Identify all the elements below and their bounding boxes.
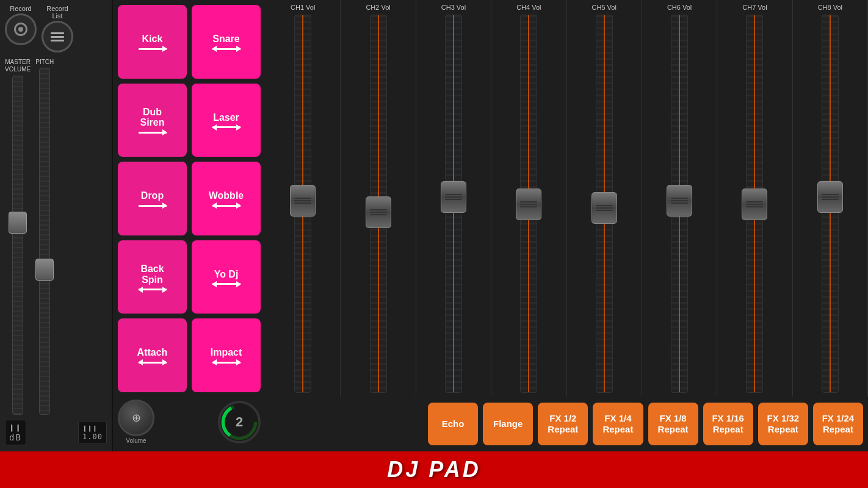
fx-button-2[interactable]: FX 1/2 Repeat (538, 403, 588, 445)
fader-groove-1-2 (294, 203, 311, 204)
fader-groove-8-0 (822, 194, 839, 195)
pad-arrow-5 (212, 205, 241, 207)
pitch-track[interactable] (39, 68, 50, 415)
dial[interactable]: 2 (218, 401, 261, 443)
pad-bottom: ⊕ Volume 2 (118, 397, 261, 447)
pitch-label: PITCH (35, 59, 54, 65)
channel-label-6: CH6 Vol (667, 4, 692, 11)
channel-label-7: CH7 Vol (742, 4, 767, 11)
fx-button-1[interactable]: Flange (483, 403, 533, 445)
pad-arrow-2 (139, 132, 167, 134)
fader-groove-3-1 (445, 196, 462, 198)
fx-button-6[interactable]: FX 1/32 Repeat (758, 403, 808, 445)
fader-groove-7-1 (746, 204, 763, 205)
fader-groove-5-1 (596, 207, 613, 209)
fader-track-2[interactable] (370, 15, 387, 393)
pad-label-8: Attach (137, 347, 168, 358)
fader-track-7[interactable] (746, 15, 763, 393)
fx-button-7[interactable]: FX 1/24 Repeat (813, 403, 863, 445)
fader-track-1[interactable] (294, 15, 311, 393)
pad-arrow-7 (212, 283, 241, 285)
pad-arrow-8 (139, 362, 167, 364)
fx-button-5[interactable]: FX 1/16 Repeat (703, 403, 753, 445)
fader-thumb-5[interactable] (591, 192, 617, 224)
fader-track-8[interactable] (822, 15, 839, 393)
bpm-value: 1.00 (82, 432, 103, 441)
pad-button-5[interactable]: Wobble (192, 162, 261, 235)
pad-label-7: Yo Dj (214, 269, 239, 280)
volume-knob[interactable]: ⊕ (118, 400, 154, 436)
fader-groove-4-1 (520, 204, 537, 205)
channel-strip-3: CH3 Vol (416, 0, 491, 396)
channel-strip-5: CH5 Vol (567, 0, 642, 396)
pad-grid: KickSnareDub SirenLaserDropWobbleBack Sp… (118, 5, 261, 392)
bottom-left: ❙❙ dB ❙❙❙ 1.00 (5, 418, 107, 447)
pad-arrow-3 (212, 126, 241, 128)
pad-arrow-0 (139, 48, 167, 50)
pad-label-5: Wobble (209, 190, 244, 201)
fader-track-3[interactable] (445, 15, 462, 393)
record-label: Record (10, 5, 31, 12)
faders-section: CH1 VolCH2 VolCH3 VolCH4 VolCH5 VolCH6 V… (266, 0, 868, 396)
fader-groove-5-0 (596, 205, 613, 206)
fader-groove-2-2 (370, 214, 387, 215)
fx-button-4[interactable]: FX 1/8 Repeat (648, 403, 698, 445)
master-volume-track[interactable] (12, 76, 23, 415)
pad-arrow-6 (139, 289, 167, 290)
fader-thumb-6[interactable] (667, 185, 692, 217)
channel-strip-1: CH1 Vol (266, 0, 341, 396)
fader-thumb-4[interactable] (516, 188, 541, 220)
fader-groove-8-2 (822, 199, 839, 200)
volume-knob-icon: ⊕ (132, 411, 141, 425)
fx-button-0[interactable]: Echo (428, 403, 478, 445)
fader-track-4[interactable] (520, 15, 537, 393)
master-volume-thumb[interactable] (9, 212, 27, 234)
pad-button-8[interactable]: Attach (118, 318, 187, 392)
pad-button-2[interactable]: Dub Siren (118, 84, 187, 157)
bpm-display: ❙❙❙ 1.00 (78, 421, 107, 444)
master-volume-col: MASTER VOLUME (5, 59, 31, 415)
channel-label-2: CH2 Vol (366, 4, 390, 11)
fader-groove-1-1 (294, 200, 311, 201)
fader-groove-6-0 (671, 198, 688, 199)
sliders-section: MASTER VOLUME PITCH (5, 56, 107, 415)
record-button[interactable] (5, 13, 37, 45)
fader-thumb-3[interactable] (441, 181, 466, 213)
fader-thumb-1[interactable] (290, 185, 316, 217)
pad-label-1: Snare (212, 34, 239, 45)
volume-knob-label: Volume (126, 437, 146, 444)
pad-button-9[interactable]: Impact (192, 318, 261, 392)
fx-button-3[interactable]: FX 1/4 Repeat (593, 403, 643, 445)
pitch-thumb[interactable] (35, 259, 54, 281)
right-section: CH1 VolCH2 VolCH3 VolCH4 VolCH5 VolCH6 V… (266, 0, 868, 451)
db-display: ❙❙ dB (5, 420, 26, 445)
fader-thumb-7[interactable] (742, 188, 767, 220)
fader-groove-6-2 (671, 203, 688, 204)
top-controls: Record Record List (5, 5, 107, 52)
channel-strip-8: CH8 Vol (793, 0, 868, 396)
pad-arrow-4 (139, 205, 167, 207)
fader-track-6[interactable] (671, 15, 688, 393)
dial-number: 2 (236, 414, 243, 430)
pad-label-0: Kick (142, 34, 163, 45)
pad-button-7[interactable]: Yo Dj (192, 240, 261, 314)
footer: DJ PAD (0, 451, 868, 488)
fader-thumb-2[interactable] (366, 196, 391, 228)
footer-logo: DJ PAD (387, 457, 480, 483)
channel-strip-7: CH7 Vol (717, 0, 792, 396)
pad-label-4: Drop (141, 190, 164, 201)
pad-button-3[interactable]: Laser (192, 84, 261, 157)
pad-button-4[interactable]: Drop (118, 162, 187, 235)
channel-strip-6: CH6 Vol (642, 0, 717, 396)
fader-groove-4-2 (520, 206, 537, 207)
fader-thumb-8[interactable] (817, 181, 843, 213)
channel-label-3: CH3 Vol (441, 4, 466, 11)
record-section: Record (5, 5, 37, 45)
pad-button-0[interactable]: Kick (118, 5, 187, 79)
fader-groove-2-0 (370, 209, 387, 210)
fader-groove-8-1 (822, 196, 839, 198)
pad-button-6[interactable]: Back Spin (118, 240, 187, 314)
pad-button-1[interactable]: Snare (192, 5, 261, 79)
fader-track-5[interactable] (596, 15, 613, 393)
record-list-button[interactable] (42, 21, 73, 52)
